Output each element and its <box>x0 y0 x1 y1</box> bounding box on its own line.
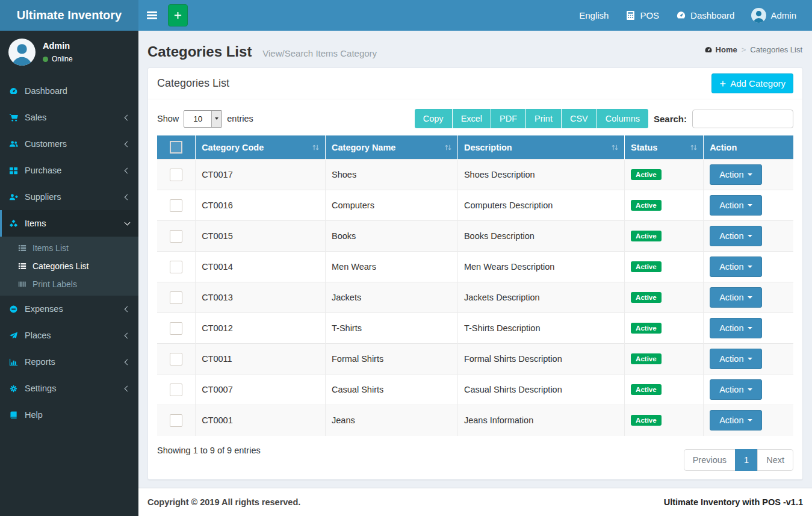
row-checkbox[interactable] <box>170 291 182 304</box>
sidebar-item-sales[interactable]: Sales <box>0 104 138 131</box>
chevron-left-icon <box>125 385 131 391</box>
row-checkbox[interactable] <box>170 384 182 396</box>
row-checkbox[interactable] <box>170 414 182 427</box>
gears-icon <box>9 384 25 393</box>
language-menu[interactable]: English <box>571 0 617 31</box>
pos-link[interactable]: POS <box>617 0 668 31</box>
breadcrumb-home[interactable]: Home <box>704 45 737 54</box>
row-checkbox[interactable] <box>170 322 182 335</box>
sidebar-subitem-print-labels[interactable]: Print Labels <box>0 275 138 293</box>
app-root: Ultimate Inventory English <box>0 0 812 516</box>
excel-button[interactable]: Excel <box>453 109 491 128</box>
action-label: Action <box>719 200 743 210</box>
table-row: CT0011Formal ShirtsFormal Shirts Descrip… <box>157 344 793 375</box>
next-page-button[interactable]: Next <box>757 449 793 471</box>
caret-down-icon <box>748 266 752 268</box>
user-menu[interactable]: Admin <box>743 0 805 31</box>
sidebar-item-help[interactable]: Help <box>0 402 138 428</box>
category-code-cell: CT0013 <box>196 282 326 313</box>
column-header-status[interactable]: Status <box>625 135 704 160</box>
sidebar-submenu: Items ListCategories ListPrint Labels <box>0 237 138 296</box>
sidebar-item-reports[interactable]: Reports <box>0 349 138 375</box>
column-header-label: Description <box>464 143 512 152</box>
row-select-cell <box>157 252 196 282</box>
category-name-cell: Computers <box>326 190 458 221</box>
brand-logo[interactable]: Ultimate Inventory <box>0 0 138 31</box>
column-header-category-code[interactable]: Category Code <box>196 135 326 160</box>
page-size-select[interactable]: 10 <box>184 110 222 128</box>
table-body: CT0017ShoesShoes DescriptionActiveAction… <box>157 160 793 436</box>
sidebar-toggle-button[interactable] <box>138 0 166 31</box>
action-cell: Action <box>704 282 793 313</box>
action-dropdown-button[interactable]: Action <box>710 318 762 338</box>
sidebar-item-label: Settings <box>25 384 125 393</box>
row-select-cell <box>157 344 196 375</box>
sidebar-subitem-items-list[interactable]: Items List <box>0 239 138 257</box>
action-dropdown-button[interactable]: Action <box>710 256 762 277</box>
sidebar-item-purchase[interactable]: Purchase <box>0 157 138 184</box>
column-header-label: Category Name <box>332 143 395 152</box>
action-cell: Action <box>704 313 793 344</box>
description-cell: Jeans Information <box>457 405 624 436</box>
copy-button[interactable]: Copy <box>415 109 453 128</box>
page-subtitle: View/Search Items Category <box>262 48 377 58</box>
page-1-button[interactable]: 1 <box>735 449 758 471</box>
action-cell: Action <box>704 190 793 221</box>
print-button[interactable]: Print <box>526 109 562 128</box>
status-cell: Active <box>625 405 704 436</box>
action-dropdown-button[interactable]: Action <box>710 410 762 431</box>
action-dropdown-button[interactable]: Action <box>710 226 762 246</box>
user-plus-icon <box>9 193 25 202</box>
sidebar-item-expenses[interactable]: Expenses <box>0 296 138 322</box>
dashboard-link[interactable]: Dashboard <box>668 0 743 31</box>
caret-down-icon <box>748 388 752 391</box>
add-category-button[interactable]: Add Category <box>711 73 793 93</box>
user-name: Admin <box>43 41 73 51</box>
brand-title: Ultimate Inventory <box>17 8 122 22</box>
select-all-checkbox[interactable] <box>170 141 182 154</box>
row-checkbox[interactable] <box>170 353 182 365</box>
row-select-cell <box>157 160 196 190</box>
sidebar-item-suppliers[interactable]: Suppliers <box>0 184 138 210</box>
action-label: Action <box>719 262 743 272</box>
action-label: Action <box>719 354 743 364</box>
previous-page-button[interactable]: Previous <box>684 449 736 471</box>
status-badge: Active <box>631 200 662 211</box>
sidebar-subitem-categories-list[interactable]: Categories List <box>0 257 138 275</box>
action-dropdown-button[interactable]: Action <box>710 379 762 400</box>
status-badge: Active <box>631 415 662 426</box>
caret-down-icon <box>748 173 752 176</box>
quick-add-button[interactable] <box>168 4 188 26</box>
action-cell: Action <box>704 160 793 190</box>
column-header-category-name[interactable]: Category Name <box>326 135 458 160</box>
action-dropdown-button[interactable]: Action <box>710 287 762 308</box>
sidebar-item-settings[interactable]: Settings <box>0 375 138 402</box>
description-cell: Books Description <box>457 221 624 252</box>
sidebar-item-dashboard[interactable]: Dashboard <box>0 78 138 104</box>
status-cell: Active <box>625 221 704 252</box>
action-dropdown-button[interactable]: Action <box>710 195 762 216</box>
action-dropdown-button[interactable]: Action <box>710 349 762 369</box>
entries-label: entries <box>227 114 253 123</box>
calculator-icon <box>625 10 636 20</box>
sidebar-item-items[interactable]: Items <box>0 210 138 237</box>
description-cell: Casual Shirts Description <box>457 375 624 405</box>
column-header-description[interactable]: Description <box>457 135 624 160</box>
search-input[interactable] <box>692 110 793 128</box>
sort-icon <box>689 143 698 152</box>
caret-down-icon <box>748 419 752 421</box>
column-header-action[interactable]: Action <box>704 135 793 160</box>
row-checkbox[interactable] <box>170 169 182 181</box>
row-checkbox[interactable] <box>170 261 182 273</box>
sidebar-item-places[interactable]: Places <box>0 322 138 349</box>
pdf-button[interactable]: PDF <box>491 109 526 128</box>
table-info: Showing 1 to 9 of 9 entries <box>157 446 261 455</box>
action-dropdown-button[interactable]: Action <box>710 164 762 185</box>
columns-button[interactable]: Columns <box>597 109 648 128</box>
csv-button[interactable]: CSV <box>562 109 597 128</box>
action-cell: Action <box>704 405 793 436</box>
row-checkbox[interactable] <box>170 230 182 243</box>
sidebar-item-customers[interactable]: Customers <box>0 131 138 157</box>
status-cell: Active <box>625 344 704 375</box>
row-checkbox[interactable] <box>170 199 182 212</box>
